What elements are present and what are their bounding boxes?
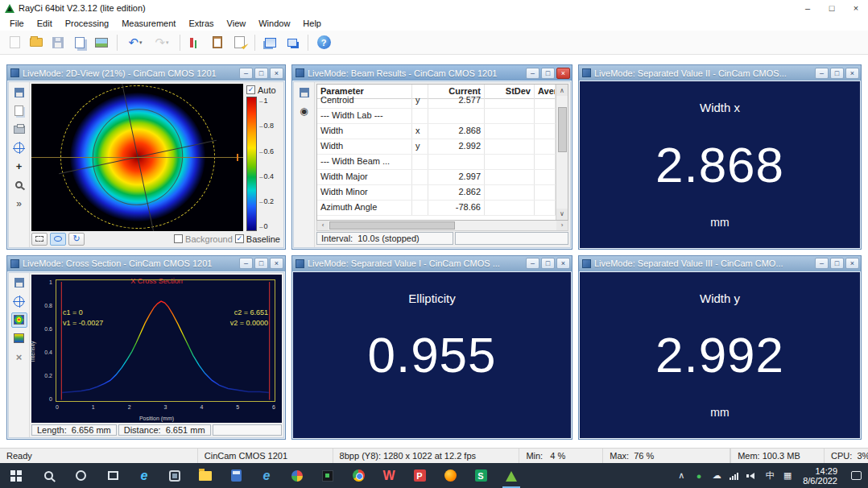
background-control[interactable]: ✓ Background [174,234,233,244]
taskbar-snip-button[interactable] [159,463,190,488]
gradient-display-button[interactable] [11,331,27,346]
scroll-down-icon[interactable]: ∨ [556,209,568,220]
snapshot-button[interactable] [92,33,111,52]
app-minimize-button[interactable]: – [796,0,820,16]
minimize-button[interactable]: – [526,68,539,79]
copy-button[interactable] [208,33,227,52]
app-maximize-button[interactable]: □ [820,0,844,16]
centroid-marker-button[interactable] [11,140,27,155]
help-button[interactable]: ? [314,33,333,52]
scroll-up-icon[interactable]: ∧ [556,85,568,96]
report-button[interactable] [229,33,249,52]
minimize-button[interactable]: – [239,68,253,79]
rotate-selection-button[interactable]: ↻ [68,233,85,246]
menu-help[interactable]: Help [296,16,328,31]
maximize-button[interactable]: □ [541,258,555,269]
undo-button[interactable]: ↶▾ [123,33,147,52]
tray-ime-indicator[interactable]: 中 [761,463,779,488]
menu-edit[interactable]: Edit [31,16,59,31]
tray-expand-button[interactable]: ∧ [672,463,690,488]
window-titlebar[interactable]: LiveMode: 2D-View (21%) - CinCam CMOS 12… [7,65,285,81]
taskbar-firefox-button[interactable] [435,463,465,488]
taskbar-internet-explorer-button[interactable]: e [251,463,282,488]
save-view-button[interactable] [11,85,27,100]
menu-window[interactable]: Window [252,16,296,31]
minimize-button[interactable]: – [815,258,829,269]
table-row[interactable]: Centroid y 2.577 [317,93,556,109]
close-button[interactable]: × [270,68,283,79]
window-titlebar[interactable]: LiveMode: Cross Section - CinCam CMOS 12… [7,256,285,271]
taskbar-wps-button[interactable]: W [374,463,404,488]
close-button[interactable]: × [270,258,283,269]
move-cursor-button[interactable] [11,294,27,309]
colormap-2d-button[interactable] [11,312,27,328]
task-view-button[interactable] [97,463,129,488]
maximize-button[interactable]: □ [254,258,268,269]
table-row[interactable]: --- Width Beam ... [317,155,556,170]
app-titlebar[interactable]: RayCi 64bit V2.3.12 (lite edition) – □ × [0,0,868,16]
notification-center-button[interactable] [844,463,868,488]
table-row[interactable]: Width x 2.868 [317,124,556,139]
background-checkbox[interactable]: ✓ [174,234,183,243]
visibility-button[interactable]: ◉ [296,103,312,118]
tray-onedrive-icon[interactable]: ☁ [708,463,725,488]
taskbar-search-button[interactable] [32,463,64,488]
export-button[interactable] [70,33,89,52]
close-button[interactable]: × [556,258,570,269]
print-view-button[interactable] [11,122,27,137]
auto-scale-control[interactable]: ✓ Auto [246,84,282,96]
minimize-button[interactable]: – [239,258,253,269]
menu-file[interactable]: File [3,16,31,31]
table-row[interactable]: Width Minor 2.862 [317,185,556,201]
taskbar-chrome-button[interactable] [343,463,374,488]
app-close-button[interactable]: × [844,0,868,16]
window-titlebar[interactable]: LiveMode: Beam Results - CinCam CMOS 120… [292,65,572,81]
auto-checkbox[interactable]: ✓ [246,85,255,94]
beam-results-tool-button[interactable] [186,33,205,52]
save-results-button[interactable] [296,85,312,100]
zoom-button[interactable] [11,177,27,192]
more-tools-button[interactable]: » [11,196,27,211]
save-button[interactable] [48,33,68,52]
menu-extras[interactable]: Extras [182,16,220,31]
taskbar-edge-button[interactable]: e [129,463,159,488]
cortana-button[interactable] [64,463,97,488]
menu-processing[interactable]: Processing [59,16,115,31]
tray-touch-keyboard-icon[interactable]: ▦ [779,463,796,488]
window-titlebar[interactable]: LiveMode: Separated Value III - CinCam C… [579,256,861,271]
menu-measurement[interactable]: Measurement [115,16,182,31]
cross-section-plot[interactable]: X Cross Section Intensity 1 0.8 0.6 0.4 … [31,275,282,424]
copy-view-button[interactable] [11,103,27,118]
taskbar-rayci-button[interactable] [496,463,527,488]
scrollbar-thumb[interactable] [329,221,455,230]
clear-section-button[interactable]: × [11,349,27,365]
taskbar-screentogif-button[interactable]: S [465,463,496,488]
taskbar-calculator-button[interactable] [221,463,251,488]
tile-windows-button[interactable] [261,33,280,52]
beam-2d-image[interactable] [31,84,243,231]
vertical-scrollbar[interactable]: ∧ ∨ [556,85,568,220]
new-document-button[interactable] [5,33,24,52]
baseline-control[interactable]: ✓ Baseline [235,234,280,244]
taskbar-paint-button[interactable] [282,463,312,488]
menu-view[interactable]: View [221,16,253,31]
open-button[interactable] [27,33,46,52]
table-row[interactable]: Width Major 2.997 [317,170,556,185]
close-button[interactable]: × [845,258,859,269]
window-titlebar[interactable]: LiveMode: Separated Value II - CinCam CM… [579,65,861,81]
scroll-left-icon[interactable]: ‹ [317,221,329,230]
rect-select-button[interactable] [31,233,48,246]
table-row[interactable]: --- Width Lab --- [317,109,556,124]
cascade-windows-button[interactable] [283,33,302,52]
minimize-button[interactable]: – [526,258,539,269]
tray-volume-icon[interactable] [743,463,761,488]
redo-button[interactable]: ↷▾ [150,33,174,52]
scrollbar-thumb[interactable] [558,107,567,152]
window-titlebar[interactable]: LiveMode: Separated Value I - CinCam CMO… [292,256,572,271]
tray-network-icon[interactable] [725,463,743,488]
taskbar-file-explorer-button[interactable] [190,463,221,488]
scroll-right-icon[interactable]: › [556,221,568,230]
ellipse-select-button[interactable] [50,233,66,246]
horizontal-scrollbar[interactable]: ‹ › [316,221,568,231]
axes-overlay-button[interactable]: + [11,159,27,174]
